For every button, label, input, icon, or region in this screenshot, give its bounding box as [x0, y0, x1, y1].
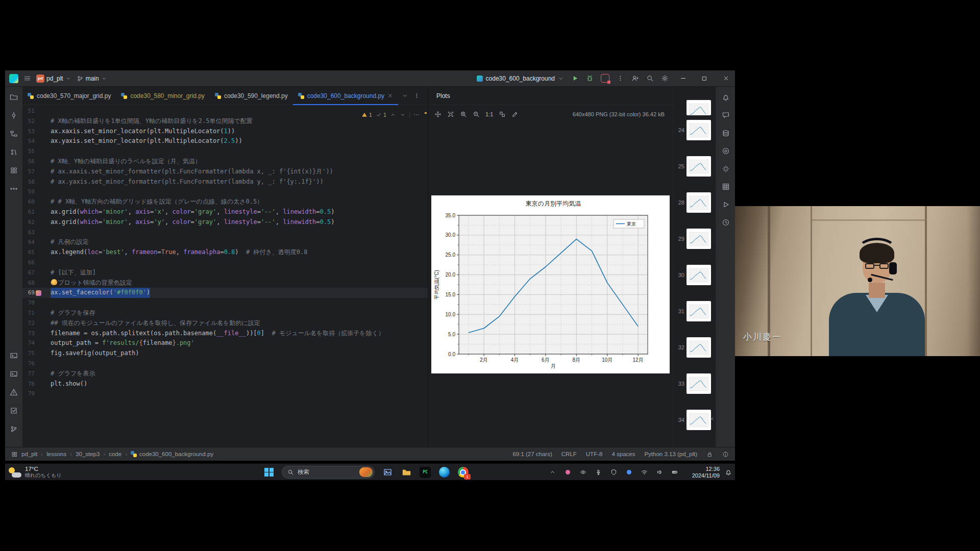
plot-thumbnail[interactable]: 31 — [673, 301, 716, 321]
code-line[interactable]: 71# グラフを保存 — [22, 308, 428, 318]
code-with-me-button[interactable] — [631, 74, 639, 82]
inspections-menu-button[interactable] — [413, 112, 420, 118]
code-line[interactable]: 70 — [22, 298, 428, 308]
project-selector[interactable]: pd pd_plt — [36, 74, 71, 83]
zoom-level[interactable]: 1:1 — [483, 111, 495, 117]
weather-widget[interactable]: 17°C 晴れのちくもり — [8, 465, 61, 480]
code-line[interactable]: 60# # X軸、Y軸方向の補助グリッド線を設定（グレーの点線、線の太さ0.5） — [22, 197, 428, 207]
services-button[interactable] — [7, 164, 20, 177]
editor-tab[interactable]: code30_590_legend.py — [210, 87, 293, 105]
pan-button[interactable] — [432, 109, 444, 120]
hidden-tabs-button[interactable] — [402, 92, 408, 99]
debug-button[interactable] — [586, 74, 594, 82]
terminal-button[interactable] — [7, 367, 20, 381]
commit-button[interactable] — [7, 109, 20, 122]
problems-button[interactable] — [7, 386, 20, 399]
taskbar-app-pycharm[interactable]: PC — [419, 466, 431, 479]
bell-button[interactable] — [719, 91, 732, 104]
python-interpreter[interactable]: Python 3.13 (pd_plt) — [644, 451, 697, 457]
notification-bell-icon[interactable] — [725, 469, 732, 476]
warning-stripe-mark[interactable] — [425, 112, 427, 114]
caret-position[interactable]: 69:1 (27 chars) — [512, 451, 552, 457]
maximize-button[interactable] — [697, 70, 712, 87]
thumbnail-image[interactable] — [687, 265, 711, 285]
editor-scrollbar[interactable] — [424, 105, 428, 447]
database-button[interactable] — [719, 127, 732, 140]
app-blue-button[interactable] — [624, 467, 634, 478]
battery-button[interactable] — [670, 467, 680, 478]
todo-button[interactable] — [7, 404, 20, 417]
code-line[interactable]: 58# ax.yaxis.set_minor_formatter(plt.Fun… — [22, 177, 428, 187]
app-pink-button[interactable] — [562, 467, 573, 478]
indent-style[interactable]: 4 spaces — [611, 451, 635, 457]
breadcrumb-item[interactable]: code — [109, 451, 121, 457]
thumbnail-image[interactable] — [687, 373, 711, 394]
code-line[interactable]: 73filename = os.path.splitext(os.path.ba… — [22, 329, 428, 339]
branch-button[interactable] — [7, 422, 20, 436]
shield-button[interactable] — [608, 467, 619, 478]
code-line[interactable]: 57# ax.xaxis.set_minor_formatter(plt.Fun… — [22, 167, 428, 177]
zoom-out-button[interactable] — [471, 109, 482, 120]
plot-thumbnail[interactable]: 24 — [673, 120, 716, 140]
file-encoding[interactable]: UTF-8 — [586, 451, 603, 457]
taskbar-app-photos[interactable] — [381, 466, 394, 479]
plot-thumbnail[interactable]: 33 — [673, 373, 716, 394]
code-line[interactable]: 56# X軸、Y軸の補助目盛りのラベルを設定（月、気温） — [22, 157, 428, 167]
donut-button[interactable] — [719, 144, 732, 158]
code-line[interactable]: 64# 凡例の設定 — [22, 237, 428, 247]
thumbnail-image[interactable] — [687, 229, 711, 249]
checker-button[interactable] — [497, 109, 508, 120]
code-line[interactable]: 59 — [22, 187, 428, 197]
tool-windows-icon[interactable] — [11, 451, 18, 458]
thumbnail-image[interactable] — [687, 410, 711, 430]
structure-button[interactable] — [7, 127, 20, 140]
code-line[interactable]: 76 — [22, 359, 428, 369]
next-problem-button[interactable] — [400, 112, 406, 118]
search-everywhere-button[interactable] — [646, 74, 654, 82]
code-line[interactable]: 77# グラフを表示 — [22, 369, 428, 379]
run-configuration-selector[interactable]: code30_600_background — [477, 75, 564, 82]
magic-button[interactable] — [719, 162, 732, 176]
code-line[interactable]: 67# [以下、追加] — [22, 268, 428, 278]
search-highlight-art[interactable] — [359, 467, 373, 477]
folder-button[interactable] — [7, 90, 20, 104]
plot-thumbnail[interactable]: 25 — [673, 156, 716, 177]
plot-thumbnail[interactable]: 30 — [673, 265, 716, 285]
breadcrumb-item-file[interactable]: code30_600_background.py — [131, 451, 213, 457]
tab-close-button[interactable] — [387, 93, 393, 98]
editor-tab[interactable]: code30_570_major_grid.py — [22, 87, 116, 105]
code-line[interactable]: 78plt.show() — [22, 379, 428, 389]
read-lock-button[interactable] — [706, 451, 713, 458]
breadcrumb-item[interactable]: 30_step3 — [76, 451, 100, 457]
code-line[interactable]: 69ax.set_facecolor('#f0f0f0') — [22, 288, 428, 298]
code-line[interactable]: 61ax.grid(which='minor', axis='x', color… — [22, 207, 428, 217]
plot-thumbnail[interactable] — [673, 100, 716, 115]
thumbnail-close-button[interactable] — [709, 416, 715, 421]
python-console-button[interactable] — [7, 349, 20, 362]
chevron-up-button[interactable] — [547, 467, 557, 478]
inspections-status-button[interactable] — [722, 451, 729, 458]
prev-problem-button[interactable] — [390, 112, 396, 118]
breadcrumb-item[interactable]: lessons — [46, 451, 66, 457]
editor-tab[interactable]: code30_580_minor_grid.py — [116, 87, 209, 105]
zoom-in-button[interactable] — [458, 109, 469, 120]
grid-button[interactable] — [719, 180, 732, 193]
code-editor[interactable]: 5152# X軸の補助目盛りを1単位間隔、Y軸の補助目盛りを2.5単位間隔で配置… — [22, 105, 428, 447]
code-line[interactable]: 74output_path = f'results/{filename}.png… — [22, 338, 428, 348]
speaker-button[interactable] — [654, 467, 665, 478]
plot-thumbnail[interactable]: 28 — [673, 192, 716, 213]
taskbar-clock[interactable]: 12:36 2024/11/09 — [685, 466, 720, 479]
code-line[interactable]: 65ax.legend(loc='best', frameon=True, fr… — [22, 247, 428, 258]
code-line[interactable]: 63 — [22, 228, 428, 238]
minimize-button[interactable] — [676, 70, 690, 87]
pencil-button[interactable] — [509, 109, 521, 120]
more-actions-button[interactable] — [617, 74, 624, 82]
code-line[interactable]: 62ax.grid(which='minor', axis='y', color… — [22, 217, 428, 228]
breadcrumb-item[interactable]: pd_plt — [21, 451, 37, 457]
code-line[interactable]: 53ax.xaxis.set_minor_locator(plt.Multipl… — [22, 127, 428, 137]
code-line[interactable]: 75fig.savefig(output_path) — [22, 348, 428, 359]
pull-request-button[interactable] — [7, 145, 20, 159]
thumbnail-image[interactable] — [687, 156, 711, 177]
main-menu-button[interactable] — [23, 74, 31, 82]
thumbnail-image[interactable] — [687, 100, 711, 115]
